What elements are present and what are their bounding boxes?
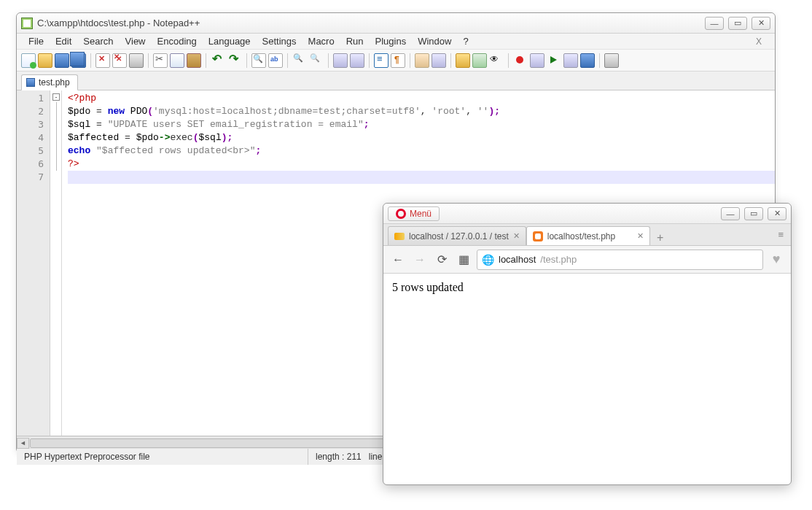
close-button[interactable]: ✕: [752, 17, 770, 30]
stop-macro-icon[interactable]: [530, 53, 544, 68]
find-icon[interactable]: [251, 53, 266, 68]
opera-menu-button[interactable]: Menü: [388, 206, 440, 221]
titlebar[interactable]: C:\xampp\htdocs\test.php - Notepad++ — ▭…: [17, 13, 775, 34]
close-all-icon[interactable]: [112, 53, 127, 68]
new-file-icon[interactable]: [21, 53, 36, 68]
menu-help[interactable]: ?: [457, 34, 474, 48]
maximize-button[interactable]: ▭: [744, 207, 763, 220]
separator-icon: [508, 53, 509, 68]
back-button[interactable]: ←: [389, 251, 407, 268]
menu-settings[interactable]: Settings: [257, 34, 302, 48]
minimize-button[interactable]: —: [705, 17, 724, 30]
toolbar-extra-icon[interactable]: [604, 53, 619, 68]
fold-collapse-icon[interactable]: -: [52, 93, 60, 101]
tab-close-icon[interactable]: ✕: [513, 231, 520, 241]
menu-bar[interactable]: File Edit Search View Encoding Language …: [17, 34, 775, 50]
cut-icon[interactable]: [153, 53, 168, 68]
separator-icon: [246, 53, 247, 68]
show-whitespace-icon[interactable]: [391, 53, 405, 68]
copy-icon[interactable]: [170, 53, 184, 68]
tab-overflow-icon[interactable]: ≡: [778, 229, 784, 240]
minimize-button[interactable]: —: [721, 207, 740, 220]
separator-icon: [410, 53, 410, 68]
maximize-button[interactable]: ▭: [728, 17, 747, 30]
code-token: =: [90, 119, 107, 130]
tab-label: localhost / 127.0.0.1 / test: [409, 231, 509, 242]
indent-guide-icon[interactable]: [415, 53, 429, 68]
status-label: length :: [316, 452, 344, 462]
line-number: 2: [17, 105, 44, 118]
replace-icon[interactable]: [268, 53, 283, 68]
browser-toolbar: ← → ⟳ ▦ 🌐 localhost/test.php ♥: [383, 246, 791, 274]
browser-titlebar[interactable]: Menü — ▭ ✕: [383, 204, 791, 224]
opera-logo-icon: [396, 209, 406, 219]
print-icon[interactable]: [129, 53, 144, 68]
page-content: 5 rows updated: [383, 274, 791, 301]
menu-encoding[interactable]: Encoding: [152, 34, 203, 48]
sync-v-icon[interactable]: [333, 53, 348, 68]
record-macro-icon[interactable]: [513, 53, 528, 68]
code-token: [90, 145, 96, 156]
play-multi-icon[interactable]: [563, 53, 578, 68]
menu-view[interactable]: View: [120, 34, 152, 48]
undo-icon[interactable]: [211, 53, 225, 68]
play-macro-icon[interactable]: [547, 53, 561, 68]
menu-language[interactable]: Language: [203, 34, 257, 48]
file-tab[interactable]: test.php: [21, 74, 78, 90]
reload-button[interactable]: ⟳: [433, 251, 450, 268]
menu-close-icon[interactable]: X: [750, 35, 768, 48]
line-number: 1: [17, 92, 44, 105]
save-macro-icon[interactable]: [580, 53, 595, 68]
close-file-icon[interactable]: [95, 53, 110, 68]
menu-file[interactable]: File: [23, 34, 50, 48]
scroll-left-icon[interactable]: ◄: [17, 438, 29, 449]
forward-button[interactable]: →: [411, 251, 429, 268]
code-token: '': [477, 106, 489, 117]
code-token: PDO: [130, 106, 147, 117]
code-token: $sql: [68, 119, 90, 130]
close-button[interactable]: ✕: [768, 207, 786, 220]
code-token: ;: [494, 106, 500, 117]
paste-icon[interactable]: [187, 53, 201, 68]
file-tab-label: test.php: [39, 77, 70, 88]
redo-icon[interactable]: [227, 53, 242, 68]
fold-gutter[interactable]: -: [50, 90, 62, 436]
bookmark-heart-icon[interactable]: ♥: [768, 251, 785, 268]
separator-icon: [450, 53, 451, 68]
code-token: ;: [227, 132, 233, 143]
code-token: new: [108, 106, 125, 117]
monitor-icon[interactable]: [489, 53, 504, 68]
zoom-in-icon[interactable]: [292, 53, 307, 68]
word-wrap-icon[interactable]: [374, 53, 389, 68]
menu-macro[interactable]: Macro: [302, 34, 340, 48]
save-all-icon[interactable]: [71, 53, 86, 68]
browser-tab[interactable]: localhost / 127.0.0.1 / test ✕: [388, 226, 526, 245]
separator-icon: [90, 53, 91, 68]
code-token: $affected: [68, 132, 119, 143]
menu-edit[interactable]: Edit: [50, 34, 77, 48]
code-token: "UPDATE users SET email_registration = e…: [108, 119, 364, 130]
status-language: PHP Hypertext Preprocessor file: [17, 449, 308, 465]
browser-tab-active[interactable]: localhost/test.php ✕: [526, 226, 650, 245]
window-title: C:\xampp\htdocs\test.php - Notepad++: [37, 18, 200, 28]
zoom-out-icon[interactable]: [309, 53, 324, 68]
address-bar[interactable]: 🌐 localhost/test.php: [477, 250, 763, 270]
separator-icon: [328, 53, 329, 68]
func-list-icon[interactable]: [472, 53, 487, 68]
user-lang-icon[interactable]: [432, 53, 446, 68]
tab-close-icon[interactable]: ✕: [637, 231, 644, 241]
sync-h-icon[interactable]: [350, 53, 364, 68]
menu-run[interactable]: Run: [340, 34, 370, 48]
code-token: (: [147, 106, 153, 117]
code-token: ,: [466, 106, 477, 117]
doc-map-icon[interactable]: [456, 53, 470, 68]
menu-plugins[interactable]: Plugins: [370, 34, 413, 48]
menu-search[interactable]: Search: [77, 34, 119, 48]
url-host: localhost: [499, 254, 536, 265]
new-tab-button[interactable]: +: [653, 231, 668, 245]
open-file-icon[interactable]: [38, 53, 52, 68]
menu-window[interactable]: Window: [412, 34, 457, 48]
site-info-icon[interactable]: 🌐: [482, 254, 494, 266]
speed-dial-button[interactable]: ▦: [455, 251, 472, 268]
save-icon[interactable]: [55, 53, 69, 68]
